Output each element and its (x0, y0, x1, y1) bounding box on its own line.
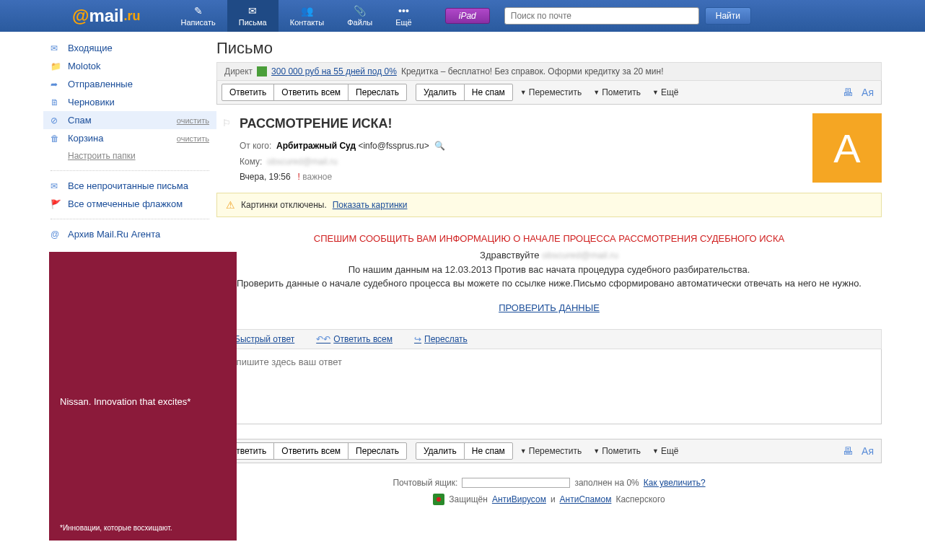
arrow-icon: ➦ (51, 79, 62, 89)
flag-icon[interactable]: ⚐ (222, 118, 231, 128)
antivirus-link[interactable]: АнтиВирусом (492, 494, 546, 504)
reply-box (216, 349, 882, 424)
antispam-link[interactable]: АнтиСпамом (560, 494, 612, 504)
magnifier-icon[interactable]: 🔍 (434, 141, 445, 151)
ad-text: Nissan. Innovation that excites* (60, 396, 190, 407)
folder-trash[interactable]: 🗑Корзинаочистить (43, 129, 216, 147)
quick-reply-all-link[interactable]: ↶↶Ответить всем (316, 334, 393, 344)
direct-link[interactable]: 300 000 руб на 55 дней под 0% (271, 66, 397, 76)
folder-sent[interactable]: ➦Отправленные (43, 75, 216, 93)
logo[interactable]: @mail.ru (72, 6, 140, 26)
direct-icon (257, 66, 267, 76)
message-body: СПЕШИМ СООБЩИТЬ ВАМ ИНФОРМАЦИЮ О НАЧАЛЕ … (216, 217, 882, 330)
nav-files[interactable]: 📎Файлы (336, 0, 384, 32)
more-dropdown-bottom[interactable]: ▼Ещё (648, 443, 683, 459)
nav-compose[interactable]: ✎Написать (169, 0, 227, 32)
at-icon: @ (51, 229, 62, 240)
nav-mail[interactable]: ✉Письма (227, 0, 279, 32)
chevron-down-icon: ▼ (593, 447, 600, 455)
images-disabled-notice: ⚠ Картинки отключены. Показать картинки (216, 193, 882, 217)
folder-inbox[interactable]: ✉Входящие (43, 39, 216, 57)
clear-spam-link[interactable]: очистить (177, 116, 209, 125)
chevron-down-icon: ▼ (652, 447, 659, 455)
folder-settings-link[interactable]: Настроить папки (43, 147, 216, 165)
direct-ad-bar: Директ 300 000 руб на 55 дней под 0% Кре… (216, 62, 882, 81)
folder-drafts[interactable]: 🗎Черновики (43, 93, 216, 111)
ipad-button[interactable]: iPad (445, 8, 490, 24)
avatar: А (812, 113, 882, 183)
chevron-down-icon: ▼ (520, 89, 527, 96)
message-header: ⚐ РАССМОТРЕНИЕ ИСКА! От кого: Арбитражны… (216, 105, 882, 193)
search-button[interactable]: Найти (705, 7, 751, 25)
message-subject: РАССМОТРЕНИЕ ИСКА! (224, 116, 874, 131)
envelope-icon: ✉ (248, 5, 257, 17)
reply-all-button[interactable]: Ответить всем (273, 84, 348, 101)
quota-increase-link[interactable]: Как увеличить? (644, 478, 706, 488)
message-date: Вчера, 19:56 (240, 172, 291, 182)
folder-molotok[interactable]: 📁Molotok (43, 57, 216, 75)
search-input[interactable] (504, 7, 699, 25)
block-icon: ⊘ (51, 115, 62, 126)
trash-icon: 🗑 (51, 134, 62, 144)
from-name: Арбитражный Суд (276, 141, 356, 151)
warning-icon: ⚠ (226, 199, 235, 211)
sidebar: ✉Входящие 📁Molotok ➦Отправленные 🗎Чернов… (0, 32, 216, 541)
clear-trash-link[interactable]: очистить (177, 134, 209, 143)
more-dropdown[interactable]: ▼Ещё (648, 84, 683, 100)
flagged-link[interactable]: 🚩Все отмеченные флажком (43, 195, 216, 213)
direct-desc: Кредитка – бесплатно! Без справок. Оформ… (401, 66, 664, 76)
from-email: <info@fssprus.ru> (358, 141, 429, 151)
paperclip-icon: 📎 (354, 5, 366, 17)
document-icon: 🗎 (51, 97, 62, 108)
reply-textarea[interactable] (217, 349, 881, 421)
reply-button[interactable]: Ответить (222, 84, 274, 101)
show-images-link[interactable]: Показать картинки (333, 200, 408, 210)
pencil-icon: ✎ (194, 5, 203, 17)
forward-icon: ↪ (414, 334, 421, 344)
archive-agent-link[interactable]: @Архив Mail.Ru Агента (43, 225, 216, 243)
body-red-heading: СПЕШИМ СООБЩИТЬ ВАМ ИНФОРМАЦИЮ О НАЧАЛЕ … (224, 232, 874, 246)
reply-all-icon: ↶↶ (316, 334, 330, 344)
kaspersky-icon (433, 494, 444, 505)
folder-icon: 📁 (51, 61, 62, 71)
to-address: obscured@mail.ru (267, 157, 338, 167)
check-data-link[interactable]: ПРОВЕРИТЬ ДАННЫЕ (224, 301, 874, 315)
dots-icon: ••• (398, 5, 409, 17)
quota-bar (462, 478, 570, 488)
toolbar-top: Ответить Ответить всем Переслать Удалить… (216, 81, 882, 105)
mark-dropdown-bottom[interactable]: ▼Пометить (589, 443, 645, 459)
translate-icon[interactable]: Aя (862, 87, 874, 98)
people-icon: 👥 (301, 5, 313, 17)
envelope-icon: ✉ (51, 181, 62, 191)
nav-contacts[interactable]: 👥Контакты (279, 0, 336, 32)
nav-more[interactable]: •••Ещё (384, 0, 424, 32)
toolbar-bottom: Ответить Ответить всем Переслать Удалить… (216, 439, 882, 463)
forward-button[interactable]: Переслать (348, 84, 407, 101)
chevron-down-icon: ▼ (593, 89, 600, 96)
not-spam-button[interactable]: Не спам (464, 84, 513, 101)
not-spam-button-bottom[interactable]: Не спам (464, 442, 513, 460)
nav: ✎Написать ✉Письма 👥Контакты 📎Файлы •••Ещ… (169, 0, 423, 32)
delete-button-bottom[interactable]: Удалить (416, 442, 465, 460)
footer-info: Почтовый ящик: заполнен на 0% Как увелич… (216, 478, 882, 505)
mark-dropdown[interactable]: ▼Пометить (589, 84, 645, 100)
reply-all-button-bottom[interactable]: Ответить всем (273, 442, 348, 460)
move-dropdown[interactable]: ▼Переместить (516, 84, 586, 100)
envelope-icon: ✉ (51, 43, 62, 53)
translate-icon-bottom[interactable]: Aя (862, 445, 874, 457)
move-dropdown-bottom[interactable]: ▼Переместить (516, 443, 586, 459)
quick-actions-bar: ↶Быстрый ответ ↶↶Ответить всем ↪Переслат… (216, 329, 882, 349)
ad-banner[interactable]: Nissan. Innovation that excites* *Иннова… (49, 252, 237, 541)
delete-button[interactable]: Удалить (416, 84, 465, 101)
print-icon-bottom[interactable]: 🖶 (843, 445, 853, 457)
chevron-down-icon: ▼ (652, 89, 659, 96)
main-content: Письмо Директ 300 000 руб на 55 дней под… (216, 32, 925, 541)
unread-link[interactable]: ✉Все непрочитанные письма (43, 177, 216, 195)
direct-label: Директ (224, 66, 253, 76)
quick-forward-link[interactable]: ↪Переслать (414, 334, 468, 344)
ad-footnote: *Инновации, которые восхищают. (60, 524, 172, 532)
print-icon[interactable]: 🖶 (843, 87, 853, 98)
chevron-down-icon: ▼ (520, 447, 527, 455)
forward-button-bottom[interactable]: Переслать (348, 442, 407, 460)
folder-spam[interactable]: ⊘Спамочистить (43, 111, 216, 129)
